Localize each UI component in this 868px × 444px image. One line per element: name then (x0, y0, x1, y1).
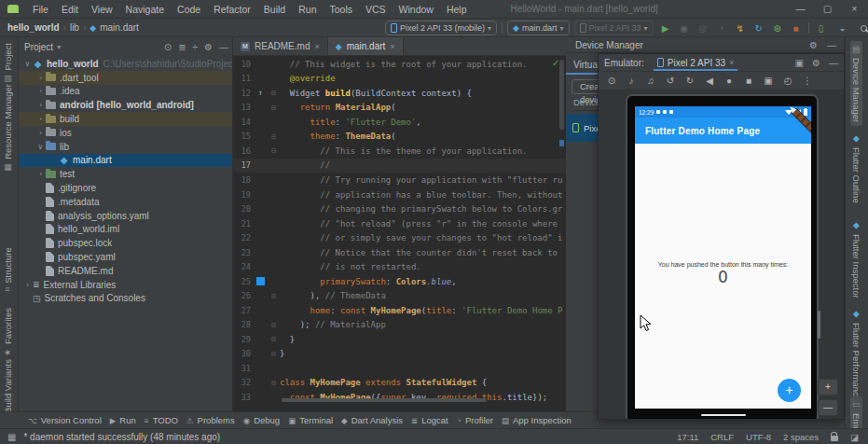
settings-button[interactable]: ⚙ (809, 40, 818, 50)
run-button[interactable]: ▶ (658, 23, 673, 34)
tree-toggle-icon[interactable]: › (35, 87, 46, 95)
tool-strip-item-device-manager[interactable]: ▥Device Manager (850, 41, 862, 126)
zoom-out-button[interactable]: — (818, 399, 838, 416)
device-manager-button[interactable]: ◒ (835, 23, 850, 34)
code-line-26[interactable]: 26⊟ ), // ThemeData (233, 289, 566, 304)
hide-panel-button[interactable]: — (219, 42, 228, 52)
line-number[interactable]: 28 (233, 320, 254, 329)
minimize-button[interactable]: — (787, 0, 814, 18)
menu-window[interactable]: Window (393, 0, 440, 19)
tool-window-button-debug[interactable]: ◉Debug (243, 415, 280, 425)
flutter-hot-restart-button[interactable]: ↻ (751, 23, 766, 34)
debug-button[interactable]: ◉ (677, 23, 692, 34)
tool-strip-item-flutter-performance[interactable]: ◆Flutter Performance (850, 306, 862, 405)
line-number[interactable]: 31 (233, 364, 254, 373)
flutter-hot-reload-button[interactable]: ↯ (733, 23, 748, 34)
home-button[interactable]: ● (723, 76, 735, 86)
menu-view[interactable]: View (85, 0, 119, 19)
tree-item-main.dart[interactable]: ◆main.dart (19, 154, 232, 168)
tree-toggle-icon[interactable]: › (35, 170, 46, 178)
code-line-17[interactable]: 17 // (233, 159, 566, 173)
line-number[interactable]: 27 (233, 306, 254, 315)
tree-item-.dart_tool[interactable]: ›.dart_tool (19, 71, 232, 85)
caret-position[interactable]: 17:11 (677, 432, 698, 442)
tree-item-.idea[interactable]: ›.idea (19, 85, 232, 99)
code-line-32[interactable]: 32⊟class MyHomePage extends StatefulWidg… (233, 376, 566, 391)
code-line-19[interactable]: 19 // application has a blue toolbar. Th… (233, 187, 566, 202)
code-area[interactable]: 10 // This widget is the root of your ap… (233, 57, 566, 405)
code-line-12[interactable]: 12↑⊟ Widget build(BuildContext context) … (233, 86, 566, 101)
code-line-15[interactable]: 15⊟ theme: ThemeData( (233, 130, 566, 145)
tree-item-README.md[interactable]: README.md (19, 264, 232, 278)
menu-tools[interactable]: Tools (323, 0, 359, 19)
line-number[interactable]: 10 (233, 60, 254, 69)
code-line-21[interactable]: 21 // "hot reload" (press "r" in the con… (233, 216, 566, 231)
sidebar-item-structure[interactable]: ≡Structure (3, 247, 13, 292)
tree-item-analysis_options.yaml[interactable]: analysis_options.yaml (19, 209, 232, 223)
more-button[interactable]: ⋮ (802, 76, 813, 86)
tree-item-android[interactable]: ›android [hello_world_android] (19, 98, 232, 112)
run-configuration-selector[interactable]: ◆ main.dart ▾ (507, 21, 569, 35)
line-number[interactable]: 24 (233, 262, 254, 271)
hide-button[interactable]: — (829, 58, 838, 68)
rotate-left-button[interactable]: ↺ (665, 76, 676, 86)
tool-window-button-dart-analysis[interactable]: ◆Dart Analysis (341, 415, 403, 425)
code-line-23[interactable]: 23 // Notice that the counter didn't res… (233, 245, 566, 260)
code-line-22[interactable]: 22 // or simply save your changes to "ho… (233, 230, 566, 245)
tool-window-button-version-control[interactable]: ⌥Version Control (28, 415, 102, 425)
line-number[interactable]: 32 (233, 378, 254, 387)
line-number[interactable]: 25 (233, 277, 254, 286)
code-line-29[interactable]: 29⊟ } (233, 332, 566, 347)
code-line-25[interactable]: 25 primarySwatch: Colors.blue, (233, 274, 566, 289)
tab-virtual[interactable]: Virtual (573, 60, 599, 70)
project-view-selector[interactable]: Project ▾ (24, 42, 61, 52)
indent-config[interactable]: 2 spaces (783, 432, 819, 442)
device-selector[interactable]: Pixel 2 API 33 (mobile) ▾ (385, 21, 497, 35)
line-number[interactable]: 15 (233, 132, 254, 141)
editor-vertical-scrollbar[interactable] (559, 60, 564, 130)
tree-item-.gitignore[interactable]: .gitignore (19, 181, 232, 195)
fold-marker-icon[interactable]: ⊟ (268, 350, 280, 358)
breadcrumb-item-main.dart[interactable]: main.dart (100, 22, 139, 33)
collapse-all-button[interactable]: ÷ (193, 42, 199, 52)
code-line-28[interactable]: 28⊟ ); // MaterialApp (233, 318, 566, 333)
line-number[interactable]: 14 (233, 118, 254, 127)
tree-toggle-icon[interactable]: ∨ (22, 60, 33, 68)
tree-item-External[interactable]: ›≣External Libraries (19, 278, 232, 292)
window-mode-button[interactable]: ▣ (795, 58, 804, 68)
breadcrumb-item-lib[interactable]: lib (70, 22, 79, 33)
line-number[interactable]: 18 (233, 175, 254, 185)
line-number[interactable]: 26 (233, 291, 254, 300)
tool-strip-item-flutter-inspector[interactable]: ◆Flutter Inspector (850, 217, 862, 302)
profile-button[interactable]: ◔ (714, 23, 729, 34)
stop-button[interactable]: ■ (789, 23, 804, 34)
lock-icon[interactable] (831, 436, 838, 441)
editor-tab-main.dart[interactable]: ◆main.dart× (328, 37, 404, 55)
menu-file[interactable]: File (26, 0, 55, 19)
fold-marker-icon[interactable]: ⊟ (268, 335, 280, 343)
fold-marker-icon[interactable]: ⊟ (268, 321, 280, 329)
expand-all-button[interactable]: ≣ (178, 42, 186, 52)
line-number[interactable]: 13 (233, 103, 254, 112)
line-number[interactable]: 11 (233, 74, 254, 83)
attach-debugger-button[interactable]: ⊛ (770, 23, 785, 34)
tool-window-button-profiler[interactable]: ◔Profiler (457, 415, 493, 425)
select-opened-file-button[interactable]: ⊙ (164, 42, 172, 52)
tree-item-lib[interactable]: ∨lib (19, 140, 232, 154)
back-button[interactable]: ◀ (704, 76, 715, 86)
hide-panel-button[interactable]: — (827, 40, 836, 50)
tool-window-button-app-inspection[interactable]: ▤App Inspection (502, 415, 572, 425)
code-line-18[interactable]: 18 // Try running your application with … (233, 173, 566, 187)
editor-horizontal-scrollbar[interactable] (282, 398, 487, 402)
tool-strip-item-flutter-outline[interactable]: ◆Flutter Outline (850, 131, 862, 207)
line-number[interactable]: 21 (233, 219, 254, 229)
tree-toggle-icon[interactable]: ∨ (35, 143, 46, 151)
code-line-24[interactable]: 24 // is not restarted. (233, 259, 566, 274)
tree-item-build[interactable]: ›build (19, 112, 232, 126)
code-line-16[interactable]: 16⊟ // This is the theme of your applica… (233, 144, 566, 159)
fold-marker-icon[interactable]: ⊟ (268, 89, 280, 97)
menu-run[interactable]: Run (292, 0, 323, 19)
menu-refactor[interactable]: Refactor (207, 0, 257, 19)
tree-item-test[interactable]: ›test (19, 167, 232, 181)
line-number[interactable]: 22 (233, 233, 254, 243)
